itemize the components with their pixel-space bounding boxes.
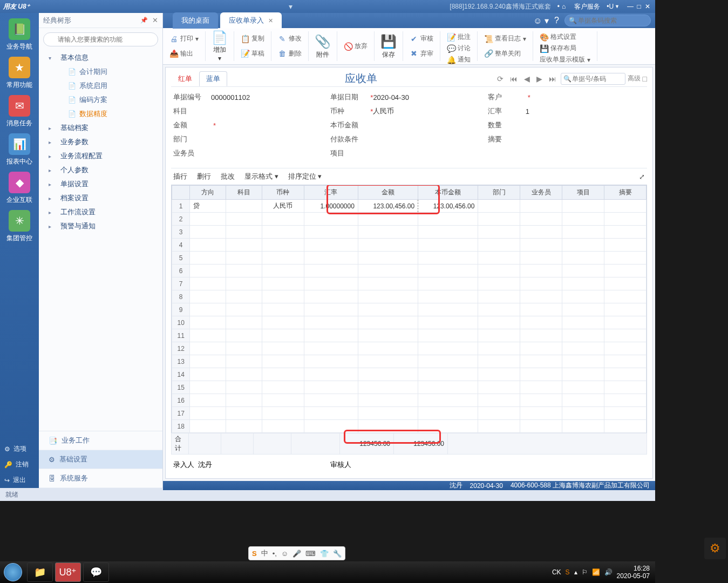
next-button[interactable]: ▶ [534, 74, 545, 83]
prev-button[interactable]: ◀ [522, 74, 532, 83]
save-button[interactable]: 💾保存 [375, 31, 403, 61]
navbot-业务工作[interactable]: 📑业务工作 [39, 431, 162, 450]
red-bill-tab[interactable]: 红单 [171, 71, 199, 86]
ime-emoji-icon[interactable]: ☺ [281, 550, 288, 558]
tree-业务参数[interactable]: ▸业务参数 [39, 135, 162, 149]
modify-button[interactable]: ✎修改 [276, 33, 304, 44]
pin-icon[interactable]: 📌 [140, 17, 148, 24]
tree-个人参数[interactable]: ▸个人参数 [39, 163, 162, 177]
wechat-icon[interactable]: 💬 [83, 562, 109, 582]
batchnote-button[interactable]: 📝批注 [445, 31, 473, 43]
tree-业务流程配置[interactable]: ▸业务流程配置 [39, 149, 162, 163]
rail-业务导航[interactable]: 📗业务导航 [3, 18, 36, 51]
layout-button[interactable]: 💾保存布局 [538, 43, 593, 54]
tree-单据设置[interactable]: ▸单据设置 [39, 177, 162, 191]
adv-link[interactable]: 高级 [628, 74, 641, 83]
top-search-input[interactable] [564, 15, 651, 26]
help-icon[interactable]: ? [554, 16, 559, 25]
railbot-注销[interactable]: 🔑注销 [0, 457, 39, 472]
maximize-button[interactable]: □ [635, 3, 643, 10]
tree-工作流设置[interactable]: ▸工作流设置 [39, 205, 162, 219]
navbot-系统服务[interactable]: 🗄系统服务 [39, 469, 162, 488]
deaudit-button[interactable]: ✖弃审 [407, 48, 436, 59]
tab-home[interactable]: 我的桌面 [173, 12, 218, 29]
tray-flag-icon[interactable]: ⚐ [582, 568, 588, 576]
discuss-button[interactable]: 💬讨论 [445, 43, 473, 54]
detail-grid[interactable]: 方向科目币种汇率金额本币金额部门业务员项目摘要1贷人民币1.0000000012… [171, 185, 647, 433]
grid-expand-button[interactable]: ⤢ [639, 173, 645, 181]
tray-volume-icon[interactable]: 🔊 [604, 568, 613, 576]
ime-mic-icon[interactable]: 🎤 [292, 550, 301, 558]
rail-集团管控[interactable]: ✳集团管控 [3, 210, 36, 243]
discard-button[interactable]: 🚫放弃 [342, 40, 370, 52]
search-icon: 🔍 [563, 75, 571, 83]
rail-常用功能[interactable]: ★常用功能 [3, 57, 36, 90]
tray-chevron-icon[interactable]: ▴ [574, 568, 577, 576]
log-button[interactable]: 📜查看日志 ▾ [482, 33, 528, 44]
ime-tool-icon[interactable]: 🔧 [333, 550, 342, 558]
copy-button[interactable]: 📋复制 [239, 33, 267, 44]
home-icon[interactable]: ⌂ [562, 3, 566, 10]
last-button[interactable]: ⏭ [547, 74, 559, 83]
blue-bill-tab[interactable]: 蓝单 [199, 71, 227, 86]
rail-企业互联[interactable]: ◆企业互联 [3, 172, 36, 205]
ime-keyboard-icon[interactable]: ⌨ [305, 550, 316, 558]
nav-search-input[interactable] [43, 32, 158, 46]
tree-系统启用[interactable]: 📄系统启用 [39, 79, 162, 93]
tree-基础档案[interactable]: ▸基础档案 [39, 121, 162, 135]
rail-消息任务[interactable]: ✉消息任务 [3, 95, 36, 128]
rail-报表中心[interactable]: 📊报表中心 [3, 133, 36, 166]
tree-编码方案[interactable]: 📄编码方案 [39, 93, 162, 107]
overlay-gear-icon[interactable]: ⚙ [704, 538, 726, 559]
tab-current[interactable]: 应收单录入✕ [220, 12, 282, 29]
tree-基本信息[interactable]: ▾基本信息 [39, 51, 162, 65]
minimize-button[interactable]: — [626, 3, 635, 10]
format-button[interactable]: 🎨格式设置 [538, 31, 593, 43]
u8-app-icon[interactable]: U8⁺ [55, 562, 81, 582]
template-button[interactable]: 应收单显示模版 ▾ [538, 54, 593, 65]
sort-button[interactable]: 排序定位 ▾ [288, 172, 322, 181]
expand-button[interactable]: □ [643, 74, 647, 83]
tray-network-icon[interactable]: 📶 [592, 568, 600, 576]
ime-skin-icon[interactable]: 👕 [320, 550, 329, 558]
tree-数据精度[interactable]: 📄数据精度 [39, 107, 162, 121]
export-button[interactable]: 📤输出 [167, 48, 201, 59]
sogou-icon[interactable]: S [252, 550, 257, 558]
tab-close-icon[interactable]: ✕ [268, 17, 273, 24]
close-bill-button[interactable]: 🔗整单关闭 [482, 48, 528, 59]
insert-row-button[interactable]: 插行 [173, 172, 187, 181]
nav-close[interactable]: ✕ [152, 16, 158, 24]
batch-edit-button[interactable]: 批改 [221, 172, 235, 181]
tree-会计期间[interactable]: 📄会计期间 [39, 65, 162, 79]
tree-预警与通知[interactable]: ▸预警与通知 [39, 219, 162, 233]
date-field[interactable]: 2020-04-30 [373, 93, 409, 101]
tree-档案设置[interactable]: ▸档案设置 [39, 191, 162, 205]
railbot-选项[interactable]: ⚙选项 [0, 441, 39, 457]
ime-toolbar[interactable]: S 中 •, ☺ 🎤 ⌨ 👕 🔧 [248, 546, 345, 560]
add-button[interactable]: 📄增加 ▾ [206, 31, 234, 61]
currency-field[interactable]: 人民币 [373, 106, 394, 116]
notify-button[interactable]: 🔔通知 [445, 54, 473, 65]
explorer-icon[interactable]: 📁 [27, 562, 53, 582]
tray-sogou-icon[interactable]: S [566, 568, 570, 576]
display-format-button[interactable]: 显示格式 ▾ [244, 172, 278, 181]
first-button[interactable]: ⏮ [508, 74, 520, 83]
railbot-退出[interactable]: ↪退出 [0, 472, 39, 488]
clock[interactable]: 16:28 2020-05-07 [617, 565, 650, 580]
close-button[interactable]: ✕ [643, 3, 652, 10]
rate-field[interactable]: 1 [526, 107, 529, 116]
delete-button[interactable]: 🗑删除 [276, 48, 304, 59]
navbot-基础设置[interactable]: ⚙基础设置 [39, 450, 162, 469]
attach-button[interactable]: 📎附件 [309, 31, 337, 61]
audit-button[interactable]: ✔审核 [407, 33, 436, 44]
draft-button[interactable]: 📝草稿 [239, 48, 267, 59]
ime-punct-icon[interactable]: •, [273, 550, 277, 558]
user-icon[interactable]: ☺ ▾ [533, 16, 549, 26]
ck-indicator[interactable]: CK [552, 568, 561, 576]
print-button[interactable]: 🖨打印 ▾ [167, 33, 201, 44]
u-menu[interactable]: U [609, 3, 614, 10]
service-link[interactable]: 客户服务 [574, 2, 600, 11]
start-button[interactable] [0, 561, 26, 583]
delete-row-button[interactable]: 删行 [197, 172, 211, 181]
refresh-button[interactable]: ⟳ [495, 74, 506, 83]
